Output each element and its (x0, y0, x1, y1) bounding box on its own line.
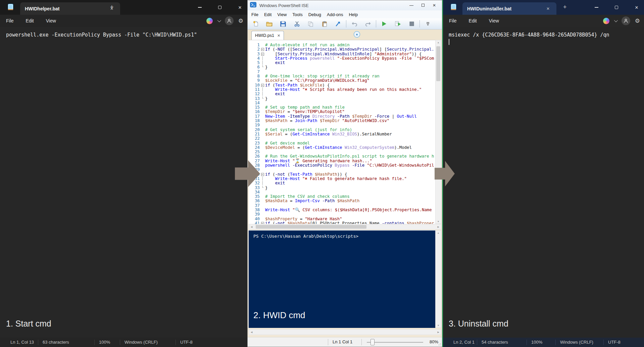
fold-guide (260, 154, 265, 159)
scroll-right-icon[interactable]: ▶ (438, 330, 439, 334)
line-number: 6 (249, 65, 260, 69)
scroll-up-icon[interactable]: ▲ (436, 232, 441, 234)
notepad-titlebar[interactable]: HWIDhelper.bat ✕ + ✕ (0, 0, 247, 15)
scroll-down-icon[interactable]: ▼ (436, 324, 441, 327)
toolbar-separator (419, 20, 420, 27)
scroll-right-icon[interactable]: ▶ (438, 225, 439, 229)
copilot-icon[interactable] (603, 18, 609, 24)
code-text: New-Item -ItemType Directory -Path $Temp… (265, 114, 417, 119)
ise-maximize-button[interactable] (417, 3, 429, 8)
code-text: $Serial = (Get-CimInstance Win32_BIOS).S… (265, 132, 392, 136)
new-tab-icon[interactable]: + (110, 4, 114, 10)
paste-icon[interactable] (320, 19, 329, 28)
line-number: 39 (249, 212, 260, 217)
ise-minimize-button[interactable]: — (406, 3, 417, 8)
close-button[interactable]: ✕ (629, 1, 644, 14)
ise-menu-file[interactable]: File (251, 12, 258, 17)
ise-menu-edit[interactable]: Edit (264, 12, 271, 17)
scroll-up-icon[interactable]: ▲ (436, 41, 441, 44)
tab-hwidhelper[interactable]: HWIDhelper.bat ✕ (20, 2, 120, 15)
script-editor[interactable]: 1# Auto-elevate if not run as admin2−If … (249, 40, 435, 224)
code-fold-icon[interactable]: − (260, 83, 265, 88)
redo-icon[interactable] (363, 19, 373, 28)
editor-horizontal-scrollbar[interactable]: ◀ ▶ (249, 224, 441, 230)
ise-menu-view[interactable]: View (277, 12, 287, 17)
ise-close-button[interactable]: ✕ (429, 3, 440, 8)
scroll-down-icon[interactable]: ▼ (436, 220, 441, 223)
line-number: 40 (249, 217, 260, 221)
code-fold-icon[interactable]: − (260, 52, 265, 56)
menu-edit[interactable]: Edit (465, 17, 480, 25)
minimize-button[interactable] (192, 1, 207, 14)
console-horizontal-scrollbar[interactable]: ◀ ▶ (249, 329, 441, 335)
maximize-button[interactable] (609, 1, 624, 14)
save-icon[interactable] (279, 19, 288, 28)
copy-icon[interactable] (306, 19, 315, 28)
code-fold-icon[interactable]: − (260, 221, 265, 224)
new-script-icon[interactable] (251, 19, 260, 28)
menu-view[interactable]: View (486, 17, 502, 25)
line-number: 34 (249, 190, 260, 194)
scroll-left-icon[interactable]: ◀ (251, 330, 252, 334)
code-text: exit (265, 181, 285, 185)
script-tab-close-icon[interactable]: ✕ (277, 34, 280, 38)
toolbar-overflow-icon[interactable] (423, 19, 432, 28)
resize-grip[interactable] (438, 343, 441, 346)
scrollbar-thumb[interactable] (256, 225, 366, 229)
stop-operation-icon[interactable] (407, 19, 416, 28)
line-number: 2 (249, 47, 260, 52)
copilot-icon[interactable] (206, 18, 213, 24)
ise-titlebar[interactable]: Windows PowerShell ISE — ✕ (248, 0, 442, 10)
ise-menu-debug[interactable]: Debug (308, 12, 321, 17)
chevron-down-icon[interactable] (217, 18, 221, 22)
snippets-icon[interactable] (334, 19, 343, 28)
cut-icon[interactable] (292, 19, 301, 28)
ise-menu-addons[interactable]: Add-ons (327, 12, 343, 17)
minimize-button[interactable] (589, 1, 604, 14)
notepad-text-area[interactable]: msiexec /x {C26CD63E-8FA6-4A88-9648-265A… (443, 27, 644, 338)
menu-file[interactable]: File (3, 17, 17, 25)
scrollbar-thumb[interactable] (436, 46, 440, 81)
chevron-down-icon[interactable] (614, 18, 618, 22)
code-fold-icon[interactable]: − (260, 172, 265, 177)
undo-icon[interactable] (350, 19, 359, 28)
toolbar-separator (376, 20, 376, 27)
ise-menu-help[interactable]: Help (349, 12, 358, 17)
new-tab-icon[interactable]: + (563, 4, 567, 10)
notepad-text-area[interactable]: powershell.exe -ExecutionPolicy Bypass -… (0, 27, 247, 338)
console-vertical-scrollbar[interactable]: ▲ ▼ (435, 230, 441, 328)
code-line-28: 28powershell -ExecutionPolicy Bypass -Fi… (249, 163, 435, 168)
powershell-console-pane[interactable]: PS C:\Users\Hassan Arab\Desktop\scripts>… (249, 230, 435, 328)
code-line-29: 29 (249, 168, 435, 172)
account-icon[interactable] (622, 16, 630, 25)
menu-file[interactable]: File (446, 17, 460, 25)
collapse-script-pane-icon[interactable]: ▲ (354, 31, 360, 38)
maximize-button[interactable] (212, 1, 227, 14)
tab-hwid-ps1[interactable]: HWID.ps1 ✕ (251, 31, 284, 40)
settings-gear-icon[interactable]: ⚙ (238, 17, 243, 24)
code-text: } (265, 65, 267, 69)
code-fold-icon[interactable]: − (260, 47, 265, 52)
close-button[interactable]: ✕ (233, 1, 247, 14)
scroll-left-icon[interactable]: ◀ (251, 225, 252, 229)
code-text: $LockFile = "C:\ProgramData\HWIDLock.fla… (265, 78, 369, 83)
menu-edit[interactable]: Edit (22, 17, 37, 25)
zoom-slider[interactable] (367, 342, 423, 343)
menu-view[interactable]: View (43, 17, 59, 25)
run-selection-icon[interactable] (393, 19, 402, 28)
open-script-icon[interactable] (265, 19, 274, 28)
code-text: powershell -ExecutionPolicy Bypass -File… (265, 163, 434, 168)
account-icon[interactable] (225, 16, 234, 25)
run-script-icon[interactable] (380, 19, 389, 28)
editor-vertical-scrollbar[interactable]: ▲ ▼ (435, 40, 441, 224)
notepad-titlebar[interactable]: HWIDuninstaller.bat ✕ + ✕ (443, 0, 644, 15)
ise-menu-tools[interactable]: Tools (292, 12, 302, 17)
settings-gear-icon[interactable]: ⚙ (635, 17, 640, 24)
code-line-7: 7 (249, 70, 435, 74)
code-line-6: 6└} (249, 65, 435, 69)
zoom-slider-handle[interactable] (370, 339, 375, 345)
notepad-statusbar: Ln 1, Col 1363 characters100%Windows (CR… (0, 338, 247, 347)
tab-hwiduninstaller[interactable]: HWIDuninstaller.bat ✕ (462, 2, 556, 15)
tab-close-icon[interactable]: ✕ (544, 6, 552, 12)
line-number: 18 (249, 119, 260, 123)
